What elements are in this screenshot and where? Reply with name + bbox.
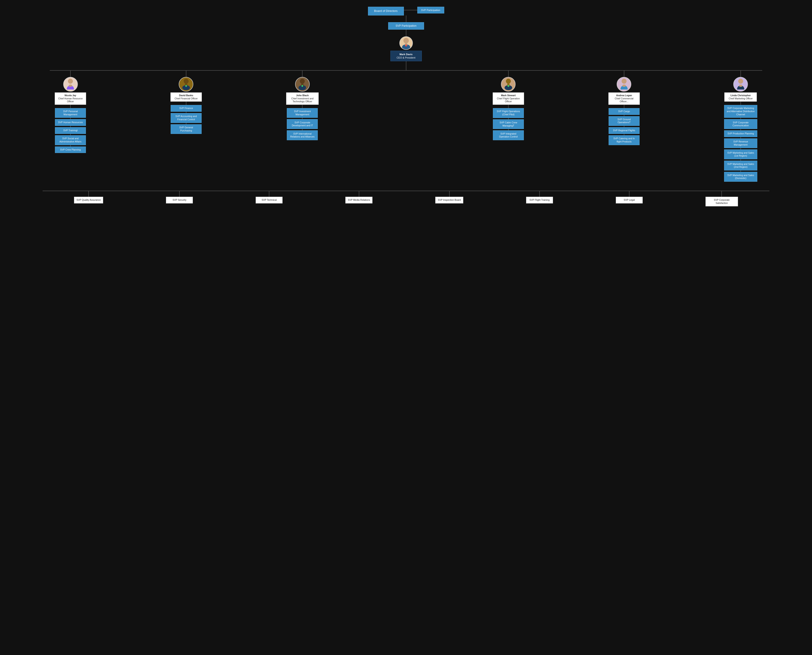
- david-box[interactable]: David Banks Chief Financial Officer: [170, 92, 202, 101]
- john-card: John Black Chief Investment and Technolo…: [286, 77, 319, 105]
- bottom-box-4[interactable]: SVP Media Relations: [345, 197, 373, 203]
- mark-avatar: [501, 77, 516, 92]
- svg-point-21: [739, 85, 743, 87]
- svg-point-10: [300, 79, 305, 84]
- connector-v2: [406, 29, 406, 36]
- dept-mark: Mark Stewart Chief Flight Operation Offi…: [493, 70, 524, 140]
- svg-point-6: [184, 79, 189, 84]
- board-row: Board of Directors SVP Participation: [368, 7, 444, 15]
- david-avatar: [179, 77, 193, 92]
- branch-h-line: [50, 70, 762, 71]
- mark-svp2[interactable]: SVP Cabin Crew ManagingT: [493, 119, 524, 129]
- top-section: Board of Directors SVP Participation SVP…: [2, 5, 810, 61]
- ceo-title: CEO & President: [393, 56, 419, 59]
- nicola-title: Chief Human Resource Officer: [57, 97, 84, 103]
- dept-andrea: Andrea Logan Chief Commercial Officer...…: [608, 70, 640, 145]
- svg-point-5: [69, 85, 72, 87]
- bottom-col-5: SVP Inspection Board: [435, 191, 463, 203]
- andrea-svp1[interactable]: SVP Cargo: [609, 108, 640, 115]
- branch-section: Nicola Jay Chief Human Resource Officer …: [2, 70, 810, 182]
- linda-card: Linda Christopher Cheif Marketing Office…: [725, 77, 757, 101]
- david-title: Chief Financial Officer: [173, 97, 200, 100]
- john-box[interactable]: John Black Chief Investment and Technolo…: [286, 92, 319, 105]
- bottom-col-2: SVP Security: [166, 191, 193, 203]
- bottom-box-7[interactable]: SVP Legal: [616, 197, 643, 203]
- svg-point-18: [622, 79, 626, 84]
- bottom-col-1: SVP Quality Assurance: [74, 191, 103, 203]
- mark-name: Mark Stewart: [495, 94, 522, 97]
- nicola-box[interactable]: Nicola Jay Chief Human Resource Officer: [55, 92, 86, 105]
- nicola-avatar: [63, 77, 78, 92]
- andrea-svp4[interactable]: SVP Catering and In flight Products: [609, 135, 640, 145]
- svp2-box[interactable]: SVP Participation: [388, 22, 424, 30]
- mark-title: Chief Flight Operation Officer: [495, 97, 522, 103]
- nicola-svp4[interactable]: SVP Social and Administrative Affairs: [55, 135, 86, 145]
- bottom-col-6: SVP Flight Training: [526, 191, 553, 203]
- mark-svp3[interactable]: SVP Integrated Operation Control: [493, 130, 524, 140]
- andrea-svp3[interactable]: SVP Regional Flights: [609, 127, 640, 134]
- david-card: David Banks Chief Financial Officer: [170, 77, 202, 101]
- john-svp1[interactable]: SVP Investment Management: [287, 108, 318, 118]
- connector-v3: [406, 61, 406, 70]
- andrea-name: Andrea Logan: [611, 94, 637, 97]
- board-box[interactable]: Board of Directors: [368, 7, 404, 15]
- bottom-col-3: SVP Technical: [256, 191, 282, 203]
- svg-rect-17: [508, 85, 509, 87]
- nicola-name: Nicola Jay: [57, 94, 84, 97]
- john-title: Chief Investment and Technologu Officer: [289, 97, 316, 103]
- svg-point-19: [622, 85, 626, 87]
- andrea-svp2[interactable]: SVP Ground OperationsT: [609, 116, 640, 126]
- linda-svp4[interactable]: SVP Revenue Management: [724, 138, 757, 148]
- bottom-box-5[interactable]: SVP Inspection Board: [435, 197, 463, 203]
- andrea-box[interactable]: Andrea Logan Chief Commercial Officer...: [608, 92, 640, 105]
- nicola-svp2[interactable]: SVP Human Resources: [55, 119, 86, 126]
- mark-svp1[interactable]: SVP Flight Operations (Chief Pilot): [493, 108, 524, 118]
- linda-svp1[interactable]: SVP Corporate Marketing and Alternative …: [724, 105, 757, 118]
- linda-svp5[interactable]: SVP Marketing and Sales (1st Region): [724, 149, 757, 159]
- svg-rect-13: [302, 85, 303, 87]
- bottom-col-4: SVP Media Relations: [345, 191, 373, 203]
- svg-point-0: [404, 38, 409, 43]
- john-name: John Black: [289, 94, 316, 97]
- bottom-section: SVP Quality Assurance SVP Security SVP T…: [2, 191, 810, 206]
- john-svp2[interactable]: SVP Corporate Development and IT: [287, 119, 318, 129]
- ceo-name: Mark Davis: [393, 53, 419, 56]
- ceo-card: Mark Davis CEO & President: [390, 36, 422, 61]
- david-svp1[interactable]: SVP Finance: [170, 105, 202, 112]
- org-chart: Board of Directors SVP Participation SVP…: [0, 0, 812, 655]
- nicola-svp1[interactable]: SVP Personal Management: [55, 108, 86, 118]
- bottom-box-3[interactable]: SVP Technical: [256, 197, 282, 203]
- linda-svp7[interactable]: SVP Marketing and Sales (Domestic): [724, 172, 757, 182]
- nicola-svp5[interactable]: SVP Crew Planning: [55, 146, 86, 153]
- linda-svp2[interactable]: SVP Corporate Communication: [724, 119, 757, 129]
- bottom-box-2[interactable]: SVP Security: [166, 197, 193, 203]
- linda-box[interactable]: Linda Christopher Cheif Marketing Office…: [725, 92, 757, 101]
- svg-point-14: [506, 79, 511, 84]
- mark-card: Mark Stewart Chief Flight Operation Offi…: [493, 77, 524, 105]
- john-avatar: [295, 77, 310, 92]
- bottom-box-1[interactable]: SVP Quality Assurance: [74, 197, 103, 203]
- ceo-avatar: [399, 36, 413, 50]
- linda-avatar: [733, 77, 748, 92]
- bottom-box-8[interactable]: SVP Corporate Satisfaction: [706, 197, 738, 206]
- john-svp3[interactable]: SVP International Relations and Alliance…: [287, 130, 318, 140]
- david-svp2[interactable]: SVP Accounting and Financial Control: [170, 113, 202, 123]
- ceo-box[interactable]: Mark Davis CEO & President: [390, 51, 422, 61]
- nicola-svp3[interactable]: SVP Trainingt: [55, 127, 86, 134]
- andrea-title: Chief Commercial Officer...: [611, 97, 637, 103]
- david-svp3[interactable]: SVP General Purchasing: [170, 124, 202, 134]
- linda-name: Linda Christopher: [727, 94, 754, 97]
- linda-svp3[interactable]: SVP Production Planning: [724, 130, 757, 137]
- dept-linda: Linda Christopher Cheif Marketing Office…: [724, 70, 757, 182]
- bottom-col-8: SVP Corporate Satisfaction: [706, 191, 738, 206]
- svg-rect-9: [186, 85, 187, 87]
- linda-svp6[interactable]: SVP Marketing and Sales (2nd Region): [724, 161, 757, 171]
- svp-side-box[interactable]: SVP Participation: [418, 7, 444, 14]
- mark-box[interactable]: Mark Stewart Chief Flight Operation Offi…: [493, 92, 524, 105]
- svg-point-20: [738, 79, 743, 84]
- dept-david: David Banks Chief Financial Officer SVP …: [170, 70, 202, 134]
- bottom-box-6[interactable]: SVP Flight Training: [526, 197, 553, 203]
- connector-v1: [406, 15, 406, 22]
- david-name: David Banks: [173, 94, 200, 97]
- andrea-avatar: [617, 77, 631, 92]
